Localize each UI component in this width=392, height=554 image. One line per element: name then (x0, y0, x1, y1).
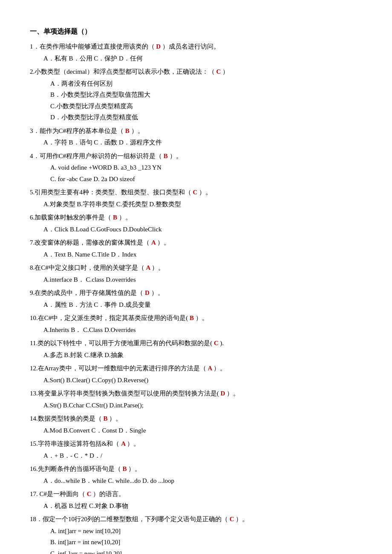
answer-17: C (85, 491, 93, 497)
options-inline-14: A.Mod B.Convert C．Const D．Single (43, 425, 362, 436)
question-12: 12.在Array类中，可以对一维数组中的元素进行排序的方法是（ A ）。A.S… (30, 363, 362, 386)
answer-2: C (215, 68, 222, 75)
option-block-18-1: B. int[]arr = int new[10,20] (50, 537, 362, 548)
options-inline-7: A．Text B. Name C.Title D．Index (43, 249, 362, 260)
question-text-4: 4．可用作C#程序用户标识符的一组标识符是（ B ）。 (30, 151, 362, 162)
answer-18: C (228, 516, 236, 522)
options-inline-3: A．字符 B．语句 C．函数 D．源程序文件 (43, 137, 362, 148)
option-block-2-3: D．小数类型比浮点类型精度低 (50, 112, 362, 123)
options-inline-13: A.Str() B.Cchar C.CStr() D.int.Parse(); (43, 400, 362, 411)
question-text-16: 16.先判断条件的当循环语句是（ B ）。 (30, 464, 362, 475)
question-10: 10.在C#中，定义派生类时，指定其基类应使用的语句是( B ）。A.Inher… (30, 313, 362, 335)
question-9: 9.在类的成员中，用于存储属性值的是（ D ）。A．属性 B．方法 C．事件 D… (30, 288, 362, 310)
options-inline-16: A．do...while B．while C. while...do D. do… (43, 476, 362, 487)
question-7: 7.改变窗体的标题，需修改的窗体属性是（ A ）。A．Text B. Name … (30, 237, 362, 260)
question-6: 6.加载窗体时触发的事件是（ B ）。A．Click B.Load C.GotF… (30, 212, 362, 235)
questions-container: 1．在类作用域中能够通过直接使用该类的（ D ）成员名进行访问。A．私有 B．公… (30, 41, 362, 554)
question-text-17: 17. C#是一种面向（ C ）的语言。 (30, 489, 362, 500)
question-text-9: 9.在类的成员中，用于存储属性值的是（ D ）。 (30, 288, 362, 299)
question-17: 17. C#是一种面向（ C ）的语言。A．机器 B.过程 C.对象 D.事物 (30, 489, 362, 511)
question-5: 5.引用类型主要有4种：类类型、数组类型、接口类型和（ C ）。A.对象类型 B… (30, 187, 362, 210)
question-1: 1．在类作用域中能够通过直接使用该类的（ D ）成员名进行访问。A．私有 B．公… (30, 41, 362, 64)
question-text-5: 5.引用类型主要有4种：类类型、数组类型、接口类型和（ C ）。 (30, 187, 362, 198)
answer-13: D (219, 390, 227, 397)
option-block-4-1: C. for -abc Case D. 2a DO sizeof (50, 174, 362, 185)
options-inline-10: A.Inherits B． C.Class D.Overrides (43, 325, 362, 336)
question-3: 3．能作为C#程序的基本单位是（ B ）。A．字符 B．语句 C．函数 D．源程… (30, 126, 362, 148)
answer-3: B (124, 127, 131, 134)
question-text-10: 10.在C#中，定义派生类时，指定其基类应使用的语句是( B ）。 (30, 313, 362, 324)
option-block-2-0: A．两者没有任何区别 (50, 78, 362, 89)
options-inline-17: A．机器 B.过程 C.对象 D.事物 (43, 501, 362, 512)
options-inline-5: A.对象类型 B.字符串类型 C.委托类型 D.整数类型 (43, 199, 362, 210)
option-block-18-2: C. int[,]arr = new int[10,20] (50, 548, 362, 554)
question-2: 2.小数类型（decimal）和浮点类型都可以表示小数，正确说法：（ C ）A．… (30, 66, 362, 123)
answer-6: B (111, 214, 119, 221)
question-text-12: 12.在Array类中，可以对一维数组中的元素进行排序的方法是（ A ）。 (30, 363, 362, 374)
answer-12: A (206, 365, 214, 372)
question-text-18: 18．假定一个10行20列的二维整型数组，下列哪个定义语句是正确的（ C ）。 (30, 514, 362, 525)
options-inline-6: A．Click B.Load C.GotFoucs D.DoubleClick (43, 224, 362, 235)
answer-9: D (143, 289, 151, 296)
question-text-13: 13.将变量从字符串类型转换为数值类型可以使用的类型转换方法是( D ）。 (30, 388, 362, 399)
question-text-3: 3．能作为C#程序的基本单位是（ B ）。 (30, 126, 362, 137)
question-16: 16.先判断条件的当循环语句是（ B ）。A．do...while B．whil… (30, 464, 362, 486)
option-block-4-0: A. void define +WORD B. a3_b3 _123 YN (50, 162, 362, 173)
question-11: 11.类的以下特性中，可以用于方便地重用已有的代码和数据的是( C ).A.多态… (30, 338, 362, 361)
section-title: 一、单项选择题（） (30, 26, 362, 37)
question-14: 14.数据类型转换的类是（ B ）。A.Mod B.Convert C．Cons… (30, 413, 362, 436)
answer-14: B (102, 415, 110, 422)
answer-8: A (144, 264, 152, 271)
question-text-8: 8.在C#中定义接口时，使用的关键字是（ A ）。 (30, 263, 362, 274)
answer-11: C (212, 340, 220, 346)
question-15: 15.字符串连接运算符包括&和（ A ）。A．+ B．- C．* D．/ (30, 439, 362, 461)
question-13: 13.将变量从字符串类型转换为数值类型可以使用的类型转换方法是( D ）。A.S… (30, 388, 362, 411)
option-block-2-1: B．小数类型比浮点类型取值范围大 (50, 89, 362, 101)
question-text-14: 14.数据类型转换的类是（ B ）。 (30, 413, 362, 424)
question-text-6: 6.加载窗体时触发的事件是（ B ）。 (30, 212, 362, 223)
answer-10: B (188, 315, 196, 321)
options-inline-11: A.多态 B.封装 C.继承 D.抽象 (43, 350, 362, 361)
option-block-18-0: A. int[]arr = new int[10,20] (50, 526, 362, 537)
answer-4: B (162, 153, 170, 159)
answer-7: A (150, 239, 157, 246)
question-8: 8.在C#中定义接口时，使用的关键字是（ A ）。A.interface B． … (30, 263, 362, 285)
answer-1: D (155, 43, 162, 50)
answer-5: C (191, 189, 199, 196)
question-4: 4．可用作C#程序用户标识符的一组标识符是（ B ）。A. void defin… (30, 151, 362, 185)
question-18: 18．假定一个10行20列的二维整型数组，下列哪个定义语句是正确的（ C ）。A… (30, 514, 362, 554)
options-inline-8: A.interface B． C.class D.overrides (43, 274, 362, 286)
answer-15: A (119, 440, 127, 447)
question-text-2: 2.小数类型（decimal）和浮点类型都可以表示小数，正确说法：（ C ） (30, 66, 362, 78)
option-block-2-2: C.小数类型比浮点类型精度高 (50, 101, 362, 112)
question-text-11: 11.类的以下特性中，可以用于方便地重用已有的代码和数据的是( C ). (30, 338, 362, 349)
answer-16: B (121, 465, 129, 472)
question-text-7: 7.改变窗体的标题，需修改的窗体属性是（ A ）。 (30, 237, 362, 248)
options-inline-9: A．属性 B．方法 C．事件 D.成员变量 (43, 300, 362, 311)
options-inline-12: A.Sort() B.Clear() C.Copy() D.Reverse() (43, 375, 362, 386)
question-text-15: 15.字符串连接运算符包括&和（ A ）。 (30, 439, 362, 450)
options-inline-1: A．私有 B．公用 C．保护 D．任何 (43, 53, 362, 64)
options-inline-15: A．+ B．- C．* D．/ (43, 450, 362, 462)
question-text-1: 1．在类作用域中能够通过直接使用该类的（ D ）成员名进行访问。 (30, 41, 362, 52)
